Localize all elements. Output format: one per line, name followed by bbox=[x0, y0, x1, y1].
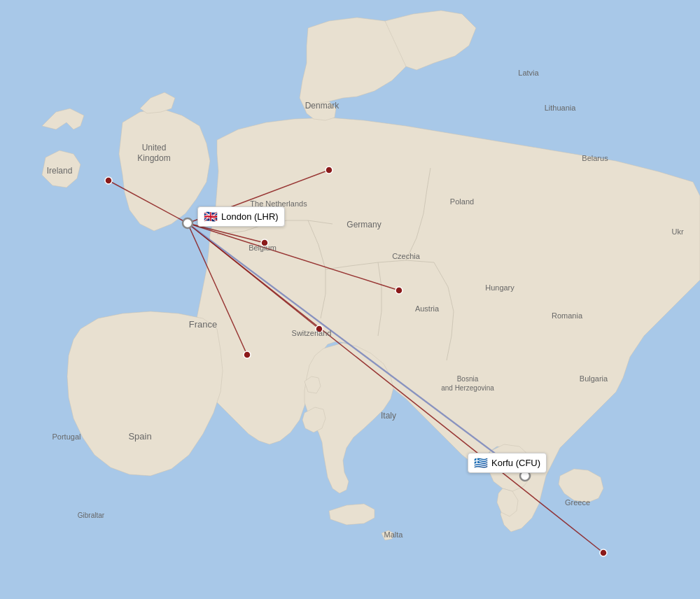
map-svg: Ireland United Kingdom The Netherlands B… bbox=[0, 0, 700, 599]
svg-text:Greece: Greece bbox=[565, 498, 590, 507]
svg-text:Malta: Malta bbox=[384, 530, 404, 539]
svg-text:United: United bbox=[142, 143, 167, 153]
svg-text:Portugal: Portugal bbox=[52, 432, 81, 441]
svg-text:Hungary: Hungary bbox=[485, 283, 514, 292]
svg-text:Belarus: Belarus bbox=[582, 154, 608, 162]
svg-text:Bulgaria: Bulgaria bbox=[580, 374, 608, 383]
svg-text:and Herzegovina: and Herzegovina bbox=[441, 384, 494, 392]
svg-text:Kingdom: Kingdom bbox=[137, 153, 170, 163]
svg-point-12 bbox=[326, 167, 332, 174]
svg-point-11 bbox=[105, 177, 112, 184]
svg-text:Germany: Germany bbox=[346, 220, 381, 230]
svg-point-19 bbox=[520, 471, 530, 481]
svg-text:Austria: Austria bbox=[415, 304, 440, 313]
svg-point-16 bbox=[396, 287, 402, 294]
svg-point-18 bbox=[183, 218, 192, 228]
svg-text:Ukr: Ukr bbox=[671, 227, 683, 236]
svg-point-14 bbox=[244, 351, 251, 358]
svg-text:Latvia: Latvia bbox=[518, 69, 539, 77]
svg-text:Italy: Italy bbox=[381, 411, 396, 421]
svg-text:Denmark: Denmark bbox=[305, 101, 340, 111]
svg-text:Bosnia: Bosnia bbox=[457, 375, 479, 383]
svg-text:Spain: Spain bbox=[128, 431, 151, 442]
svg-point-17 bbox=[600, 549, 607, 556]
map-container: Ireland United Kingdom The Netherlands B… bbox=[0, 0, 700, 599]
svg-text:The Netherlands: The Netherlands bbox=[250, 199, 307, 208]
svg-text:Gibraltar: Gibraltar bbox=[78, 512, 105, 519]
svg-text:Poland: Poland bbox=[450, 197, 474, 206]
svg-text:France: France bbox=[189, 319, 217, 330]
svg-text:Ireland: Ireland bbox=[47, 166, 73, 176]
svg-text:Switzerland: Switzerland bbox=[292, 329, 332, 337]
svg-text:Czechia: Czechia bbox=[392, 252, 421, 260]
svg-text:Romania: Romania bbox=[552, 311, 583, 320]
svg-text:Belgium: Belgium bbox=[248, 244, 276, 252]
svg-text:Lithuania: Lithuania bbox=[545, 104, 577, 112]
